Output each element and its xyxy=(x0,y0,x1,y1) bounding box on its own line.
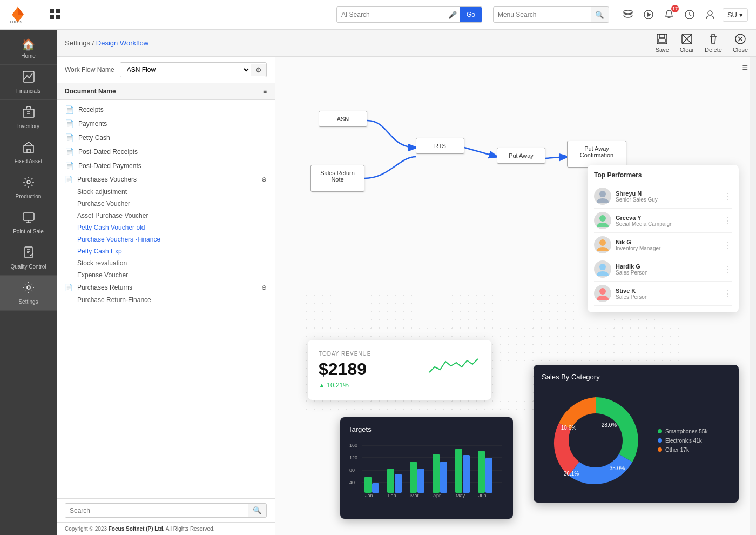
avatar-hardik xyxy=(594,260,611,278)
svg-rect-18 xyxy=(25,247,32,258)
sidebar-item-fixed-asset[interactable]: Fixed Asset xyxy=(0,135,57,170)
svg-rect-17 xyxy=(23,213,34,220)
avatar-nik xyxy=(594,236,611,253)
menu-search-button[interactable]: 🔍 xyxy=(591,7,609,22)
ai-search-button[interactable]: Go xyxy=(460,7,482,22)
notification-icon-btn[interactable]: 17 xyxy=(661,6,677,23)
svg-text:26.1%: 26.1% xyxy=(564,471,579,477)
doc-file-icon: 📄 xyxy=(65,105,74,114)
logo: FOCUS xyxy=(8,5,28,24)
svg-text:Feb: Feb xyxy=(388,493,396,498)
breadcrumb-current[interactable]: Design Workflow xyxy=(96,39,148,47)
header-icons: 17 SU ▾ xyxy=(620,6,748,23)
doc-file-icon: 📄 xyxy=(65,162,74,170)
performer-menu-nik[interactable]: ⋮ xyxy=(724,240,732,250)
canvas-scrollbar[interactable] xyxy=(750,57,756,535)
doc-group-label-pv: 📄 Purchases Vouchers xyxy=(65,176,137,183)
mic-icon[interactable]: 🎤 xyxy=(445,11,460,19)
menu-search-input[interactable] xyxy=(494,11,591,18)
performer-menu-greeva[interactable]: ⋮ xyxy=(724,216,732,226)
doc-payments[interactable]: 📄 Payments xyxy=(57,117,275,131)
doc-file-icon: 📄 xyxy=(65,176,73,183)
svg-rect-15 xyxy=(27,149,30,152)
history-icon-btn[interactable] xyxy=(681,6,698,23)
close-button[interactable]: Close xyxy=(733,33,748,53)
user-icon-btn[interactable] xyxy=(702,6,718,23)
performer-menu-shreyu[interactable]: ⋮ xyxy=(724,191,732,202)
doc-list-menu-icon[interactable]: ≡ xyxy=(263,88,267,95)
performer-name-stive: Stive K xyxy=(616,287,719,294)
targets-card[interactable]: Targets 160 120 80 40 xyxy=(340,417,513,519)
performers-card[interactable]: Top Performers Shreyu N Senior Sales Guy… xyxy=(588,165,739,312)
doc-purchase-vouchers-finance[interactable]: Purchase Vouchers -Finance xyxy=(57,233,275,245)
svg-marker-1 xyxy=(18,7,24,15)
workflow-canvas: ASN RTS Put Away Put AwayConfirmation Sa… xyxy=(275,57,750,535)
wf-node-sales-return[interactable]: Sales ReturnNote xyxy=(310,165,364,192)
wf-node-put-away[interactable]: Put Away xyxy=(497,148,545,164)
right-panel: ≡ xyxy=(275,57,756,535)
database-icon-btn[interactable] xyxy=(620,6,636,23)
performer-name-hardik: Hardik G xyxy=(616,263,719,270)
doc-post-dated-payments[interactable]: 📄 Post-Dated Payments xyxy=(57,159,275,173)
sidebar-item-financials[interactable]: Financials xyxy=(0,65,57,100)
doc-asset-purchase-voucher[interactable]: Asset Purchase Voucher xyxy=(57,210,275,222)
doc-petty-cash[interactable]: 📄 Petty Cash xyxy=(57,131,275,145)
grid-icon[interactable] xyxy=(49,8,61,22)
doc-label-payments: Payments xyxy=(78,120,107,128)
doc-list-header: Document Name ≡ xyxy=(57,83,275,100)
sidebar-item-production[interactable]: Production xyxy=(0,170,57,205)
collapse-icon-pr: ⊖ xyxy=(261,284,267,291)
save-button[interactable]: Save xyxy=(656,33,669,53)
doc-purchase-return-finance[interactable]: Purchase Return-Finance xyxy=(57,294,275,306)
breadcrumb-separator: / xyxy=(92,39,96,47)
doc-group-purchases-vouchers[interactable]: 📄 Purchases Vouchers ⊖ xyxy=(57,173,275,186)
wf-node-put-away-conf[interactable]: Put AwayConfirmation xyxy=(567,141,626,168)
doc-petty-cash-voucher-old[interactable]: Petty Cash Voucher old xyxy=(57,222,275,233)
legend-label-other: Other 17k xyxy=(665,447,689,453)
sidebar-item-settings[interactable]: Settings xyxy=(0,276,57,311)
ai-search-input[interactable] xyxy=(337,11,445,18)
legend-smartphones: Smartphones 55k xyxy=(658,429,707,434)
sidebar-item-quality-control[interactable]: Quality Control xyxy=(0,240,57,276)
svg-text:FOCUS: FOCUS xyxy=(10,20,22,24)
svg-point-59 xyxy=(599,264,606,270)
performer-role-hardik: Sales Person xyxy=(616,270,719,276)
doc-search-field[interactable] xyxy=(65,504,248,517)
sidebar-item-home[interactable]: 🏠 Home xyxy=(0,32,57,65)
sales-card[interactable]: Sales By Category xyxy=(534,365,739,503)
doc-stock-adjustment[interactable]: Stock adjustment xyxy=(57,186,275,198)
pos-icon xyxy=(22,211,35,226)
play-icon-btn[interactable] xyxy=(640,6,657,23)
doc-stock-revaluation[interactable]: Stock revaluation xyxy=(57,257,275,269)
ai-search-bar: 🎤 Go xyxy=(336,6,482,23)
workflow-dropdown[interactable]: ASN Flow Purchase Flow Sales Flow xyxy=(120,63,251,77)
svg-point-57 xyxy=(599,215,606,222)
sidebar-item-point-of-sale[interactable]: Point of Sale xyxy=(0,205,57,240)
doc-search-button[interactable]: 🔍 xyxy=(248,504,266,517)
doc-post-dated-receipts[interactable]: 📄 Post-Dated Receipts xyxy=(57,145,275,159)
doc-expense-voucher[interactable]: Expense Voucher xyxy=(57,269,275,281)
sidebar: 🏠 Home Financials Inventory Fixed Asset … xyxy=(0,30,57,535)
doc-petty-cash-exp[interactable]: Petty Cash Exp xyxy=(57,245,275,257)
doc-receipts[interactable]: 📄 Receipts xyxy=(57,103,275,117)
targets-chart: 160 120 80 40 xyxy=(348,439,505,509)
doc-list-title: Document Name xyxy=(65,88,116,95)
performer-menu-stive[interactable]: ⋮ xyxy=(724,289,732,299)
wf-node-rts[interactable]: RTS xyxy=(416,138,464,154)
clear-button[interactable]: Clear xyxy=(680,33,694,53)
workflow-gear-btn[interactable]: ⚙ xyxy=(251,64,266,76)
doc-purchase-voucher[interactable]: Purchase Voucher xyxy=(57,198,275,210)
sidebar-item-inventory[interactable]: Inventory xyxy=(0,100,57,135)
delete-button[interactable]: Delete xyxy=(705,33,722,53)
doc-group-purchases-returns[interactable]: 📄 Purchases Returns ⊖ xyxy=(57,281,275,294)
doc-label-pdr: Post-Dated Receipts xyxy=(78,148,138,156)
user-dropdown-btn[interactable]: SU ▾ xyxy=(723,8,748,22)
performer-menu-hardik[interactable]: ⋮ xyxy=(724,264,732,275)
wf-node-asn[interactable]: ASN xyxy=(319,111,367,127)
svg-point-7 xyxy=(624,10,632,14)
sidebar-label-financials: Financials xyxy=(16,88,40,94)
avatar-stive xyxy=(594,285,611,302)
fixed-asset-icon xyxy=(22,141,35,156)
revenue-sparkline xyxy=(427,351,481,378)
revenue-card[interactable]: TODAY REVENUE $2189 ▲ 10.21% xyxy=(308,340,491,400)
